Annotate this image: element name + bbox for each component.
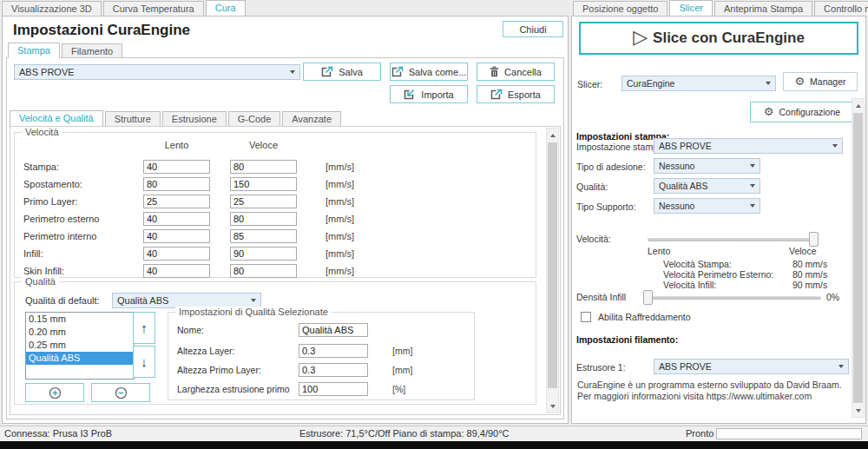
extruder-dropdown[interactable]: ABS PROVE [654, 359, 849, 374]
spostamento-fast-input[interactable] [230, 177, 297, 191]
print-setting-label: Tipo Supporto: [576, 201, 636, 212]
chevron-down-icon [750, 204, 755, 208]
infill-slider-thumb[interactable] [643, 290, 653, 305]
quality-field-altezza-primo-layer: Altezza Primo Layer: [mm] [177, 363, 469, 377]
save-button[interactable]: Salva [303, 63, 381, 81]
speed-detail-value: 80 mm/s [792, 259, 827, 269]
stampa-fast-input[interactable] [230, 160, 297, 174]
tab-estrusione[interactable]: Estrusione [162, 111, 227, 126]
speed-unit: [mm/s] [326, 266, 354, 276]
save-button-label: Salva [339, 67, 363, 77]
tab-slicer[interactable]: Slicer [669, 0, 713, 16]
altezza-primo-layer-input[interactable] [299, 363, 368, 377]
tab-g-code[interactable]: G-Code [228, 111, 281, 126]
tab-avanzate[interactable]: Avanzate [282, 111, 341, 126]
tab-anteprima-stampa[interactable]: Anteprima Stampa [714, 1, 812, 16]
speed-detail-label: Velocità Infill: [663, 280, 716, 290]
scroll-up-button[interactable] [852, 99, 864, 112]
import-button[interactable]: Importa [390, 85, 468, 103]
primo-layer-fast-input[interactable] [230, 195, 297, 208]
delete-button[interactable]: Cancella [477, 63, 555, 81]
slice-button[interactable]: ▷ Slice con CuraEngine [579, 22, 858, 55]
perimetro-esterno-fast-input[interactable] [230, 212, 297, 226]
list-item[interactable]: 0.15 mm [26, 313, 134, 326]
speed-row-perimetro-esterno: Perimetro esterno [mm/s] [23, 211, 530, 227]
move-down-button[interactable]: ↓ [133, 346, 155, 378]
speed-row-perimetro-interno: Perimetro interno [mm/s] [23, 228, 530, 244]
tab-filamento[interactable]: Filamento [62, 43, 122, 58]
extruder-value: ABS PROVE [659, 361, 712, 372]
speed-row-primo-layer: Primo Layer: [mm/s] [23, 194, 530, 209]
tab-curva-temperatura[interactable]: Curva Temperatura [103, 1, 204, 16]
speed-row-label: Perimetro esterno [23, 214, 143, 224]
infill-slider[interactable] [643, 296, 821, 300]
print-profile-dropdown[interactable]: ABS PROVE [654, 138, 843, 154]
play-icon: ▷ [633, 29, 648, 46]
tab-stampa[interactable]: Stampa [8, 43, 60, 58]
speed-row-infill: Infill: [mm/s] [23, 246, 530, 261]
list-item[interactable]: 0.25 mm [26, 339, 134, 352]
close-button-label: Chiudi [519, 24, 546, 35]
add-quality-button[interactable] [25, 383, 84, 402]
close-button[interactable]: Chiudi [503, 21, 563, 37]
perimetro-interno-fast-input[interactable] [230, 229, 297, 243]
right-scrollbar[interactable] [852, 98, 865, 418]
quality-field-nome: Nome: [177, 323, 469, 337]
adhesion-value: Nessuno [659, 161, 694, 171]
larghezza-estrusione-input[interactable] [299, 382, 368, 396]
speed-slider-thumb[interactable] [809, 232, 819, 247]
trash-icon [490, 66, 499, 77]
profile-dropdown[interactable]: ABS PROVE [14, 64, 300, 80]
scroll-down-button[interactable] [852, 404, 864, 417]
tab-velocita-e-qualita[interactable]: Velocità e Qualità [10, 110, 103, 126]
plus-circle-icon [49, 386, 62, 399]
chevron-down-icon [838, 365, 844, 368]
print-profile-value: ABS PROVE [659, 141, 712, 151]
speed-slider[interactable] [648, 238, 819, 241]
slicer-dropdown-value: CuraEngine [627, 78, 674, 89]
cooling-checkbox[interactable] [581, 312, 591, 322]
perimetro-interno-slow-input[interactable] [143, 229, 210, 243]
perimetro-esterno-slow-input[interactable] [143, 212, 210, 226]
save-as-button[interactable]: Salva come... [390, 63, 468, 81]
move-up-button[interactable]: ↑ [133, 312, 155, 344]
manager-button[interactable]: ⚙ Manager [783, 72, 858, 91]
delete-button-label: Cancella [504, 67, 542, 77]
skin-infill-slow-input[interactable] [143, 264, 210, 278]
remove-quality-button[interactable] [91, 383, 150, 402]
tab-visualizzazione-3d[interactable]: Visualizzazione 3D [2, 1, 102, 16]
manager-button-label: Manager [810, 76, 845, 87]
scroll-up-button[interactable] [547, 129, 558, 142]
tab-cura[interactable]: Cura [206, 0, 246, 16]
infill-fast-input[interactable] [230, 247, 297, 261]
list-item[interactable]: 0.20 mm [26, 326, 134, 339]
speed-slider-label: Velocità: [576, 234, 611, 244]
list-item-selected[interactable]: Qualità ABS [26, 352, 134, 365]
tab-posizione-oggetto[interactable]: Posizione oggetto [573, 1, 667, 16]
infill-slow-input[interactable] [143, 247, 210, 261]
quality-dropdown[interactable]: Qualità ABS [654, 178, 760, 194]
slicer-dropdown[interactable]: CuraEngine [621, 76, 776, 91]
altezza-layer-input[interactable] [299, 344, 368, 358]
scrollbar-thumb[interactable] [853, 113, 863, 403]
stampa-tabpage: ABS PROVE Salva Salva come... [6, 57, 564, 419]
speed-detail-value: 80 mm/s [792, 269, 827, 280]
scroll-down-button[interactable] [547, 399, 558, 413]
print-setting-label: Tipo di adesione: [576, 162, 646, 172]
infill-density-value: 0% [826, 292, 839, 302]
stampa-slow-input[interactable] [143, 160, 210, 174]
tab-strutture[interactable]: Strutture [105, 111, 161, 126]
tab-controllo-manuale[interactable]: Controllo manuale [814, 1, 868, 16]
skin-infill-fast-input[interactable] [230, 264, 297, 278]
support-dropdown[interactable]: Nessuno [654, 198, 760, 214]
export-button[interactable]: Esporta [477, 85, 555, 103]
scrollbar-thumb[interactable] [548, 142, 557, 388]
configuration-button[interactable]: ⚙ Configurazione [750, 102, 854, 122]
nome-input[interactable] [299, 323, 368, 337]
left-scrollbar[interactable] [546, 128, 559, 413]
adhesion-dropdown[interactable]: Nessuno [654, 158, 760, 174]
spostamento-slow-input[interactable] [143, 177, 210, 191]
extruder-label: Estrusore 1: [576, 362, 626, 373]
quality-listbox[interactable]: 0.15 mm 0.20 mm 0.25 mm Qualità ABS [25, 312, 135, 380]
primo-layer-slow-input[interactable] [143, 195, 210, 208]
